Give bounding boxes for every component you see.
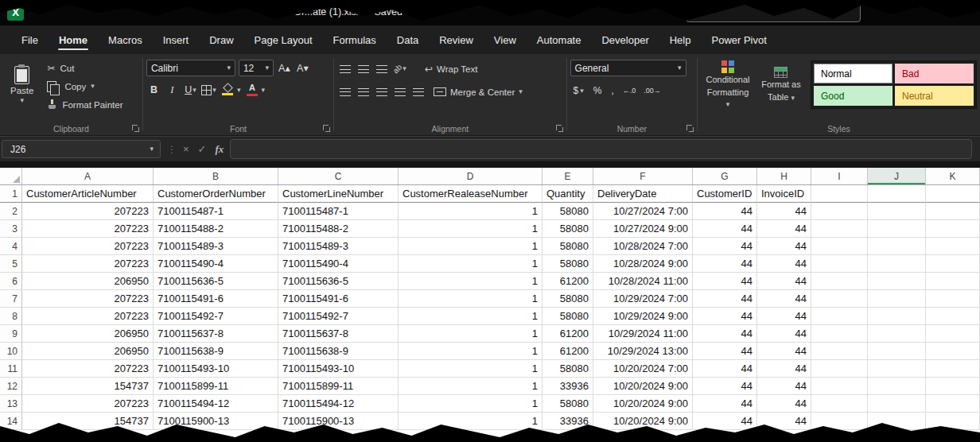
row-header-12[interactable]: 12	[0, 378, 22, 395]
orientation-button[interactable]: ab ▾	[392, 61, 407, 77]
cell-K3[interactable]	[926, 220, 980, 238]
cell-A13[interactable]: 207223	[22, 395, 154, 413]
cell-G9[interactable]: 44	[693, 325, 757, 343]
cell-K7[interactable]	[926, 290, 980, 308]
number-format-select[interactable]: General ▾	[570, 60, 686, 76]
align-middle-button[interactable]	[356, 61, 371, 77]
cell-B9[interactable]: 7100115637-8	[154, 325, 278, 343]
cell-E2[interactable]: 58080	[542, 203, 593, 220]
font-color-button[interactable]: A ▾	[243, 82, 265, 98]
row-header-11[interactable]: 11	[0, 360, 22, 378]
tab-data[interactable]: Data	[387, 25, 429, 54]
cell-I7[interactable]	[811, 290, 868, 308]
cell-J13[interactable]	[868, 395, 926, 413]
cell-B5[interactable]: 7100115490-4	[154, 255, 278, 273]
cell-C2[interactable]: 7100115487-1	[278, 203, 399, 220]
cell-I13[interactable]	[811, 395, 868, 413]
cell-C1[interactable]: CustomerLineNumber	[278, 185, 399, 203]
cell-D9[interactable]: 1	[399, 325, 542, 343]
cell-K6[interactable]	[926, 273, 980, 290]
column-header-G[interactable]: G	[693, 168, 757, 184]
cell-H4[interactable]: 44	[757, 238, 811, 255]
cell-E1[interactable]: Quantity	[542, 185, 593, 203]
cell-A12[interactable]: 154737	[22, 378, 154, 395]
drag-handle-icon[interactable]: ⋮	[167, 144, 177, 155]
cell-F10[interactable]: 10/29/2024 13:00	[593, 343, 693, 360]
decrease-decimal-button[interactable]: .00→	[641, 87, 663, 95]
cell-J3[interactable]	[868, 220, 926, 238]
cell-F2[interactable]: 10/27/2024 7:00	[593, 203, 693, 220]
cell-K9[interactable]	[926, 325, 980, 343]
cell-H10[interactable]: 44	[757, 343, 811, 360]
cell-F13[interactable]: 10/20/2024 9:00	[593, 395, 693, 413]
row-header-3[interactable]: 3	[0, 220, 22, 238]
paste-button[interactable]: Paste ▾	[3, 56, 41, 114]
cell-H9[interactable]: 44	[757, 325, 811, 343]
cell-A10[interactable]: 206950	[22, 343, 154, 360]
tab-insert[interactable]: Insert	[153, 25, 200, 54]
cell-J10[interactable]	[868, 343, 926, 360]
cut-button[interactable]: ✂ Cut	[47, 60, 122, 76]
cell-style-normal[interactable]: Normal	[814, 64, 892, 83]
tab-power-pivot[interactable]: Power Pivot	[701, 25, 776, 54]
format-as-table-button[interactable]: Format as Table ▾	[755, 56, 807, 114]
cell-H14[interactable]: 44	[757, 413, 811, 430]
cell-D7[interactable]: 1	[399, 290, 542, 308]
tab-developer[interactable]: Developer	[591, 25, 659, 54]
row-header-5[interactable]: 5	[0, 255, 22, 273]
cell-A8[interactable]: 207223	[22, 308, 154, 325]
cell-B13[interactable]: 7100115494-12	[154, 395, 278, 413]
cell-E5[interactable]: 58080	[542, 255, 593, 273]
column-header-C[interactable]: C	[278, 168, 399, 184]
cell-H13[interactable]: 44	[757, 395, 811, 413]
cell-C10[interactable]: 7100115638-9	[278, 343, 399, 360]
cell-C5[interactable]: 7100115490-4	[278, 255, 399, 273]
cell-F4[interactable]: 10/28/2024 7:00	[593, 238, 693, 255]
cell-E12[interactable]: 33936	[542, 378, 593, 395]
cell-D6[interactable]: 1	[399, 273, 542, 290]
cell-D13[interactable]: 1	[399, 395, 542, 413]
cell-G5[interactable]: 44	[693, 255, 757, 273]
cell-H5[interactable]: 44	[757, 255, 811, 273]
cell-D11[interactable]: 1	[399, 360, 542, 378]
increase-indent-button[interactable]	[410, 84, 426, 100]
cell-F9[interactable]: 10/29/2024 11:00	[593, 325, 693, 343]
conditional-formatting-button[interactable]: Conditional Formatting ▾	[701, 56, 755, 114]
cell-A11[interactable]: 207223	[22, 360, 154, 378]
decrease-indent-button[interactable]	[392, 84, 407, 100]
cell-style-bad[interactable]: Bad	[895, 64, 974, 83]
cell-I10[interactable]	[811, 343, 868, 360]
fill-color-button[interactable]: ▾	[220, 82, 241, 98]
cell-F14[interactable]: 10/20/2024 9:00	[593, 413, 693, 430]
cell-F6[interactable]: 10/28/2024 11:00	[593, 273, 693, 290]
cell-J14[interactable]	[868, 413, 926, 430]
cell-F1[interactable]: DeliveryDate	[593, 185, 693, 203]
cell-C14[interactable]: 7100115900-13	[278, 413, 399, 430]
column-header-D[interactable]: D	[399, 168, 542, 184]
align-right-button[interactable]	[374, 84, 389, 100]
cell-D14[interactable]: 1	[399, 413, 542, 430]
cell-C3[interactable]: 7100115488-2	[278, 220, 399, 238]
document-title[interactable]: BulkOr...ate (1).xlsx • Saved to this ▾	[274, 6, 441, 17]
cell-B6[interactable]: 7100115636-5	[154, 273, 278, 290]
cell-G1[interactable]: CustomerID	[693, 185, 757, 203]
cell-F7[interactable]: 10/29/2024 7:00	[593, 290, 693, 308]
cell-A7[interactable]: 207223	[22, 290, 154, 308]
cell-I9[interactable]	[811, 325, 868, 343]
cell-C9[interactable]: 7100115637-8	[278, 325, 399, 343]
cell-A3[interactable]: 207223	[22, 220, 154, 238]
cell-B4[interactable]: 7100115489-3	[154, 238, 278, 255]
cell-B1[interactable]: CustomerOrderNumber	[154, 185, 278, 203]
cell-F11[interactable]: 10/20/2024 7:00	[593, 360, 693, 378]
dialog-launcher-icon[interactable]	[132, 125, 139, 132]
cell-A4[interactable]: 207223	[22, 238, 154, 255]
cell-F12[interactable]: 10/20/2024 9:00	[593, 378, 693, 395]
cell-H7[interactable]: 44	[757, 290, 811, 308]
cell-G3[interactable]: 44	[693, 220, 757, 238]
column-header-H[interactable]: H	[757, 168, 811, 184]
cell-A1[interactable]: CustomerArticleNumber	[22, 185, 154, 203]
cell-I2[interactable]	[811, 203, 868, 220]
tab-review[interactable]: Review	[429, 25, 484, 54]
insert-function-icon[interactable]: fx	[216, 143, 224, 156]
cell-K5[interactable]	[926, 255, 980, 273]
